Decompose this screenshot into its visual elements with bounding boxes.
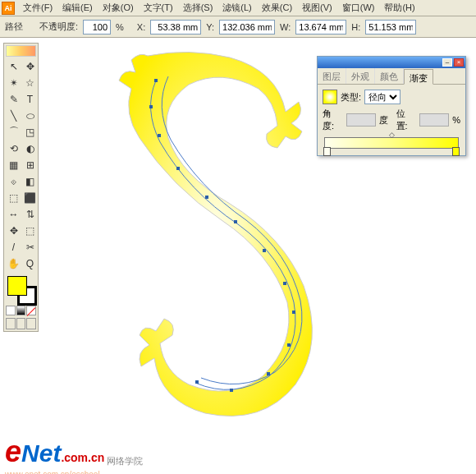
opacity-input[interactable] bbox=[83, 20, 111, 35]
tool-eyedropper[interactable]: ⇅ bbox=[22, 206, 38, 222]
angle-input bbox=[346, 113, 376, 127]
menu-file[interactable]: 文件(F) bbox=[18, 0, 57, 16]
toolbox-header[interactable] bbox=[6, 45, 36, 57]
watermark-url: www.enet.com.cn/eschool bbox=[5, 470, 100, 474]
watermark-subtitle: 网络学院 bbox=[107, 455, 143, 467]
tab-appearance[interactable]: 外观 bbox=[346, 68, 375, 84]
color-mode-none[interactable] bbox=[26, 306, 36, 315]
svg-rect-4 bbox=[205, 196, 208, 199]
tab-color[interactable]: 颜色 bbox=[375, 68, 404, 84]
screen-mode-2[interactable] bbox=[16, 318, 26, 329]
tool-direct-select[interactable]: ✥ bbox=[22, 58, 38, 74]
tool-brush[interactable]: ⌒ bbox=[6, 124, 21, 140]
tool-graph[interactable]: ⬚ bbox=[6, 190, 21, 205]
w-label: W: bbox=[280, 22, 291, 32]
opacity-unit: % bbox=[116, 22, 124, 32]
tool-type[interactable]: T bbox=[22, 91, 38, 107]
tool-slice[interactable]: / bbox=[6, 239, 21, 255]
svg-rect-3 bbox=[176, 167, 180, 170]
type-label: 类型: bbox=[341, 91, 361, 104]
svg-rect-12 bbox=[195, 380, 199, 384]
tool-rect[interactable]: ⬭ bbox=[22, 108, 38, 123]
close-icon[interactable]: × bbox=[454, 58, 464, 67]
menu-filter[interactable]: 滤镜(L) bbox=[217, 0, 256, 16]
toolbox: ↖ ✥ ✴ ☆ ✎ T ╲ ⬭ ⌒ ◳ ⟲ ◐ ▦ ⊞ ⟐ ◧ ⬚ ⬛ ↔ ⇅ … bbox=[3, 43, 39, 332]
color-mode-gradient[interactable] bbox=[16, 306, 26, 315]
tab-layers[interactable]: 图层 bbox=[318, 68, 346, 84]
tool-line[interactable]: ╲ bbox=[6, 108, 21, 123]
tool-rotate[interactable]: ⟲ bbox=[6, 140, 21, 156]
tool-mesh[interactable]: ⬛ bbox=[22, 190, 38, 205]
tool-gradient[interactable]: ↔ bbox=[6, 206, 21, 222]
position-label: 位置: bbox=[396, 108, 417, 132]
gradient-stop-right[interactable] bbox=[452, 147, 460, 156]
svg-rect-10 bbox=[267, 372, 270, 375]
gradient-ramp[interactable] bbox=[324, 137, 459, 149]
svg-rect-6 bbox=[263, 249, 266, 252]
menu-select[interactable]: 选择(S) bbox=[178, 0, 218, 16]
svg-rect-11 bbox=[230, 389, 233, 392]
tool-hand[interactable]: ✋ bbox=[6, 255, 21, 271]
tab-gradient[interactable]: 渐变 bbox=[404, 69, 433, 85]
x-label: X: bbox=[137, 22, 145, 32]
tool-magic-wand[interactable]: ✴ bbox=[6, 75, 21, 90]
tool-free-transform[interactable]: ⊞ bbox=[22, 157, 38, 173]
h-input[interactable] bbox=[365, 20, 416, 35]
tool-pen[interactable]: ✎ bbox=[6, 91, 21, 107]
panel-titlebar[interactable]: – × bbox=[318, 57, 465, 68]
menu-edit[interactable]: 编辑(E) bbox=[57, 0, 98, 16]
y-input[interactable] bbox=[219, 20, 275, 35]
tool-symbol[interactable]: ◧ bbox=[22, 173, 38, 189]
color-mode-solid[interactable] bbox=[6, 306, 16, 315]
x-input[interactable] bbox=[150, 20, 201, 35]
tool-zoom[interactable]: Q bbox=[22, 255, 38, 271]
opacity-label: 不透明度: bbox=[39, 21, 78, 33]
gradient-type-select[interactable]: 径向 bbox=[364, 90, 400, 104]
tool-blend[interactable]: ✥ bbox=[6, 223, 21, 238]
screen-mode-3[interactable] bbox=[26, 318, 36, 329]
screen-mode-1[interactable] bbox=[6, 318, 16, 329]
position-input bbox=[419, 113, 449, 127]
watermark: eNet.com.cn bbox=[5, 435, 104, 469]
angle-unit: 度 bbox=[379, 114, 388, 127]
w-input[interactable] bbox=[295, 20, 346, 35]
tool-scale[interactable]: ▦ bbox=[6, 157, 21, 173]
gradient-preview-swatch[interactable] bbox=[323, 90, 337, 104]
h-label: H: bbox=[351, 22, 360, 32]
svg-rect-0 bbox=[154, 79, 158, 82]
menu-object[interactable]: 对象(O) bbox=[98, 0, 139, 16]
tool-warp[interactable]: ⟐ bbox=[6, 173, 21, 189]
menu-view[interactable]: 视图(V) bbox=[297, 0, 337, 16]
minimize-icon[interactable]: – bbox=[442, 58, 452, 67]
tool-reflect[interactable]: ◐ bbox=[22, 140, 38, 156]
svg-rect-2 bbox=[158, 134, 161, 137]
tool-pencil[interactable]: ◳ bbox=[22, 124, 38, 140]
tool-lasso[interactable]: ☆ bbox=[22, 75, 38, 90]
svg-rect-1 bbox=[149, 105, 153, 108]
fill-swatch[interactable] bbox=[7, 276, 27, 296]
artwork-s-letter[interactable] bbox=[98, 48, 328, 426]
tool-live-paint[interactable]: ⬚ bbox=[22, 223, 38, 238]
gradient-panel: – × 图层 外观 颜色 渐变 类型: 径向 角度: 度 位置: % bbox=[317, 56, 466, 156]
panel-tabs: 图层 外观 颜色 渐变 bbox=[318, 68, 465, 85]
tool-selection[interactable]: ↖ bbox=[6, 58, 21, 74]
y-label: Y: bbox=[206, 22, 214, 32]
options-bar: 路径 不透明度: % X: Y: W: H: bbox=[0, 16, 476, 38]
svg-rect-5 bbox=[234, 220, 237, 223]
position-unit: % bbox=[452, 115, 460, 125]
tool-scissors[interactable]: ✂ bbox=[22, 239, 38, 255]
svg-rect-7 bbox=[283, 282, 286, 285]
mode-label: 路径 bbox=[5, 21, 23, 33]
app-icon: Ai bbox=[2, 2, 15, 15]
angle-label: 角度: bbox=[323, 108, 343, 132]
menu-window[interactable]: 窗口(W) bbox=[337, 0, 380, 16]
color-swatches bbox=[6, 274, 36, 304]
svg-rect-9 bbox=[287, 343, 291, 347]
menubar: Ai 文件(F) 编辑(E) 对象(O) 文字(T) 选择(S) 滤镜(L) 效… bbox=[0, 0, 476, 16]
menu-help[interactable]: 帮助(H) bbox=[379, 0, 419, 16]
menu-type[interactable]: 文字(T) bbox=[139, 0, 178, 16]
svg-rect-8 bbox=[292, 311, 295, 314]
menu-effect[interactable]: 效果(C) bbox=[257, 0, 297, 16]
gradient-stop-left[interactable] bbox=[323, 147, 331, 156]
